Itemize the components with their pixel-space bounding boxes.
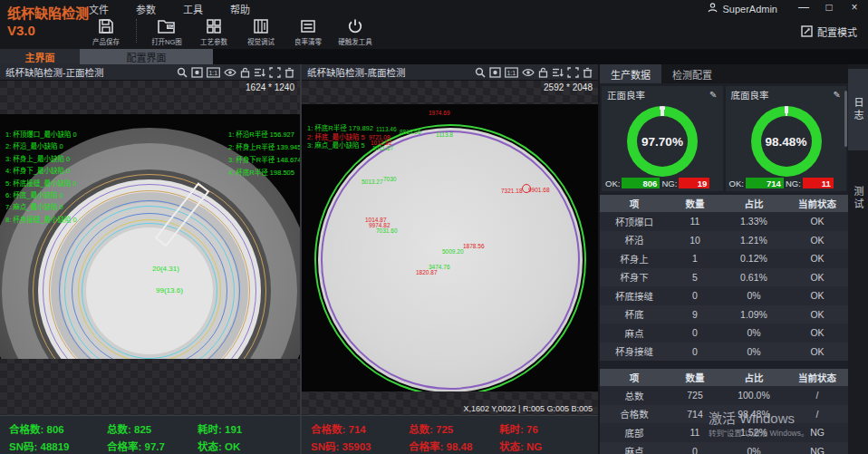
app-title-line1: 纸杯缺陷检测 bbox=[7, 5, 89, 22]
roi-rect-icon[interactable] bbox=[567, 67, 579, 78]
trigger-tool-button[interactable]: 硬触发工具 bbox=[338, 17, 372, 46]
edit-pencil-icon[interactable]: ✎ bbox=[834, 90, 841, 100]
zoom-icon[interactable] bbox=[177, 67, 188, 78]
bottom-yield-card: 底面良率 ✎ 98.48% OK: 714 NG: 11 bbox=[726, 86, 847, 191]
col-ratio: 占比 bbox=[721, 369, 786, 386]
measure-item: 1: 杯沿R半径 156.927 bbox=[228, 129, 300, 141]
table-row[interactable]: 合格数71498.48%/ bbox=[600, 405, 848, 424]
eye-icon[interactable] bbox=[522, 67, 535, 78]
close-button[interactable]: × bbox=[848, 1, 861, 14]
menu-file[interactable]: 文件 bbox=[89, 2, 109, 16]
open-ng-image-label: 打开NG图 bbox=[151, 36, 182, 46]
annotation-item: 2: 杯沿_最小缺陷 0 bbox=[5, 140, 77, 152]
vision-debug-icon bbox=[252, 17, 270, 35]
one-to-one-icon[interactable]: 1:1 bbox=[207, 67, 220, 78]
ok-count-bar: 806 bbox=[622, 178, 660, 188]
bottom-view-canvas[interactable]: 2592 * 2048 1: 杯底R半径 179.892 2: 杯底_最小缺陷 … bbox=[302, 81, 598, 415]
front-sn-code: SN码: 48819 bbox=[9, 439, 69, 453]
user-icon bbox=[708, 3, 718, 14]
annotation-item: 5: 杯底接缝_最小缺陷 0 bbox=[5, 178, 77, 189]
edit-pencil-icon[interactable]: ✎ bbox=[709, 90, 717, 100]
tab-config-screen[interactable]: 配置界面 bbox=[80, 49, 213, 64]
layers-sort-icon[interactable] bbox=[254, 67, 265, 78]
table-row[interactable]: 麻点00%OK bbox=[600, 324, 848, 343]
toolbar-separator bbox=[136, 19, 137, 43]
defect-label: 1820.87 bbox=[416, 269, 438, 275]
table-row[interactable]: 底部111.52%NG bbox=[600, 423, 848, 442]
delete-icon[interactable] bbox=[285, 67, 294, 78]
tab-inspection-config[interactable]: 检测配置 bbox=[661, 64, 723, 83]
detect-circle-purple bbox=[321, 130, 580, 390]
product-save-label: 产品保存 bbox=[92, 36, 120, 46]
lock-icon[interactable] bbox=[240, 67, 250, 78]
open-ng-image-button[interactable]: NG 打开NG图 bbox=[149, 17, 184, 46]
front-view-title: 纸杯缺陷检测-正面检测 bbox=[5, 65, 177, 79]
user-account[interactable]: SuperAdmin bbox=[708, 3, 777, 14]
app-version: V3.0 bbox=[7, 22, 89, 39]
ok-count-bar: 714 bbox=[746, 178, 784, 188]
menu-tools[interactable]: 工具 bbox=[183, 2, 203, 16]
product-save-button[interactable]: 产品保存 bbox=[89, 17, 123, 46]
roi-rect-icon[interactable] bbox=[269, 67, 281, 78]
bottom-state: 状态: NG bbox=[499, 439, 542, 453]
svg-text:1:1: 1:1 bbox=[506, 70, 516, 76]
annotation-item: 2: 杯底_最小缺陷 5 bbox=[307, 133, 373, 142]
front-view-canvas[interactable]: 1624 * 1240 bbox=[0, 81, 300, 415]
one-to-one-icon[interactable]: 1:1 bbox=[505, 67, 518, 78]
tab-test[interactable]: 测试 bbox=[848, 160, 868, 237]
table-row[interactable]: 杯身接缝00%OK bbox=[600, 343, 848, 362]
detect-circle-cyan-inner bbox=[82, 223, 217, 359]
yield-reset-button[interactable]: 良率清零 bbox=[291, 17, 325, 46]
titlebar: 纸杯缺陷检测 V3.0 文件 参数 工具 帮助 SuperAdmin — □ ×… bbox=[0, 0, 868, 49]
table-row[interactable]: 杯沿101.21%OK bbox=[600, 231, 848, 250]
col-ratio: 占比 bbox=[721, 195, 786, 212]
front-view-resolution: 1624 * 1240 bbox=[246, 82, 294, 92]
tab-production-data[interactable]: 生产数据 bbox=[600, 64, 661, 83]
bottom-view-panel: 纸杯缺陷检测-底面检测 1:1 2592 * 2048 1: 杯底R半径 bbox=[302, 64, 598, 454]
delete-icon[interactable] bbox=[583, 67, 593, 78]
vision-debug-button[interactable]: 视觉调试 bbox=[244, 17, 278, 46]
layers-sort-icon[interactable] bbox=[552, 67, 564, 78]
eye-icon[interactable] bbox=[224, 67, 236, 78]
bottom-cycle-time: 耗时: 76 bbox=[499, 421, 538, 436]
defect-label: 9901.68 bbox=[528, 187, 550, 193]
tab-main-screen[interactable]: 主界面 bbox=[0, 49, 80, 64]
config-mode-button[interactable]: 配置模式 bbox=[801, 24, 857, 39]
fit-view-icon[interactable] bbox=[489, 67, 501, 78]
zoom-icon[interactable] bbox=[475, 67, 486, 78]
front-cycle-time: 耗时: 191 bbox=[198, 421, 242, 436]
table-row[interactable]: 杯底91.09%OK bbox=[600, 305, 848, 324]
annotation-item: 8: 杯身接缝_最小缺陷 0 bbox=[5, 214, 77, 226]
front-total-count: 总数: 825 bbox=[107, 421, 151, 436]
front-status-bar: 合格数: 806 总数: 825 耗时: 191 SN码: 48819 合格率:… bbox=[0, 415, 300, 454]
lock-icon[interactable] bbox=[538, 67, 548, 78]
defect-label: 7031.60 bbox=[376, 227, 398, 234]
maximize-button[interactable]: □ bbox=[823, 1, 835, 14]
annotation-item: 1: 杯底R半径 179.892 bbox=[307, 124, 373, 133]
bottom-view-title: 纸杯缺陷检测-底面检测 bbox=[307, 65, 475, 79]
measure-item: 2: 杯身上R半径 139.945 bbox=[228, 141, 300, 154]
front-yield-card: 正面良率 ✎ 97.70% OK: 806 NG: 19 bbox=[602, 86, 723, 191]
table-row[interactable]: 杯身下50.61%OK bbox=[600, 268, 848, 287]
menu-help[interactable]: 帮助 bbox=[230, 2, 250, 16]
measure-item: 3: 杯身下R半径 148.674 bbox=[228, 154, 300, 167]
table-row[interactable]: 杯身上10.12%OK bbox=[600, 249, 848, 268]
minimize-button[interactable]: — bbox=[797, 1, 810, 14]
defect-label: 1974.69 bbox=[429, 110, 450, 116]
folder-ng-icon: NG bbox=[157, 17, 177, 35]
annotation-item: 3: 麻点_最小缺陷 5 bbox=[307, 141, 373, 150]
table-row[interactable]: 杯底接缝00%OK bbox=[600, 286, 848, 305]
sidebar-scrollbar[interactable] bbox=[844, 91, 847, 147]
table-row[interactable]: 总数725100.0%/ bbox=[600, 386, 848, 405]
annotation-item: 1: 杯顶爆口_最小缺陷 0 bbox=[5, 129, 77, 140]
fit-view-icon[interactable] bbox=[191, 67, 203, 78]
defect-label: 5013.27 bbox=[362, 179, 383, 185]
process-params-button[interactable]: 工艺参数 bbox=[197, 17, 231, 46]
tab-log[interactable]: 日志 bbox=[848, 69, 868, 150]
window-controls: — □ × bbox=[797, 1, 861, 14]
trigger-tool-label: 硬触发工具 bbox=[338, 36, 372, 46]
menu-params[interactable]: 参数 bbox=[136, 2, 156, 16]
bottom-view-tools: 1:1 bbox=[475, 67, 593, 78]
table-row[interactable]: 麻点00%NG bbox=[600, 442, 848, 454]
table-row[interactable]: 杯顶爆口111.33%OK bbox=[600, 212, 848, 231]
